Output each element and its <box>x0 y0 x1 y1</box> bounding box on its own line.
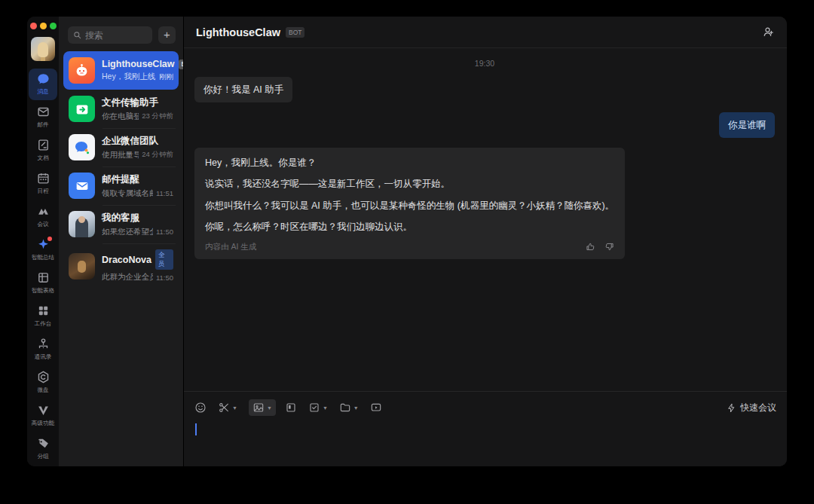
sidebar-item-groups[interactable]: 分组 <box>29 433 57 465</box>
draconova-photo-avatar <box>69 253 95 279</box>
chat-time: 11:51 <box>156 189 173 197</box>
drive-icon <box>37 371 50 383</box>
all-staff-badge: 全员 <box>155 249 173 270</box>
sidebar-item-docs[interactable]: 文档 <box>29 135 57 166</box>
search-box[interactable] <box>68 26 152 44</box>
search-input[interactable] <box>85 30 147 41</box>
user-avatar[interactable] <box>31 37 55 61</box>
left-rail: 消息 邮件 文档 日程 会议 <box>27 17 59 466</box>
todo-check-icon[interactable]: ▼ <box>308 402 328 414</box>
add-member-icon[interactable] <box>762 26 775 38</box>
emoji-icon[interactable] <box>194 402 207 414</box>
ai-message-line: 说实话，我还没名字呢——这是新工作区，一切从零开始。 <box>205 177 614 191</box>
close-button[interactable] <box>30 23 37 29</box>
chat-preview: 使用批量导入... <box>102 150 139 160</box>
calendar-icon <box>37 172 50 185</box>
composer-toolbar: ▼ ▼ ▼ ▼ <box>194 398 776 417</box>
chat-title: 企业微信团队 <box>102 135 158 148</box>
chat-item-wecom-team[interactable]: 企业微信团队 使用批量导入...24 分钟前 <box>63 128 179 166</box>
minimize-button[interactable] <box>40 23 47 29</box>
file-card-icon[interactable] <box>285 402 297 414</box>
thumbs-up-icon[interactable] <box>586 242 595 252</box>
advanced-features-icon <box>37 404 50 417</box>
conversation-header: LighthouseClaw BOT <box>184 17 787 48</box>
chat-time: 11:50 <box>156 273 173 282</box>
screenshot-scissors-icon[interactable]: ▼ <box>218 402 237 414</box>
meeting-icon <box>37 205 50 218</box>
sidebar-item-label: 日程 <box>37 187 48 194</box>
chat-item-lighthouseclaw[interactable]: LighthouseClawBOT Hey，我刚上线。你...刚刚 <box>63 51 179 90</box>
chat-preview: 此群为企业全员... <box>102 272 153 283</box>
ai-message-bubble: Hey，我刚上线。你是谁？ 说实话，我还没名字呢——这是新工作区，一切从零开始。… <box>194 148 625 259</box>
workbench-grid-icon <box>37 304 50 317</box>
ai-message-line: Hey，我刚上线。你是谁？ <box>205 156 614 170</box>
thumbs-down-icon[interactable] <box>604 242 614 252</box>
video-message-icon[interactable] <box>370 402 382 414</box>
composer: ▼ ▼ ▼ ▼ <box>184 391 787 466</box>
mail-icon <box>37 105 50 118</box>
new-chat-button[interactable]: + <box>158 26 176 44</box>
document-icon <box>37 139 50 151</box>
image-icon[interactable]: ▼ <box>249 399 276 416</box>
chat-preview: 如果您还希望全面... <box>102 227 153 237</box>
sidebar-item-label: 会议 <box>37 220 48 228</box>
bot-badge: BOT <box>286 27 304 38</box>
chat-item-support[interactable]: 我的客服 如果您还希望全面...11:50 <box>63 205 179 243</box>
chat-item-mail-reminder[interactable]: 邮件提醒 领取专属域名邮...11:51 <box>63 166 179 205</box>
sidebar-item-label: 文档 <box>37 154 48 161</box>
ai-message-line: 你想叫我什么？我可以是 AI 助手，也可以是某种奇怪的生物 (机器里的幽灵？小妖… <box>205 199 614 212</box>
wecom-team-avatar <box>69 134 95 160</box>
file-transfer-avatar <box>69 96 95 122</box>
sidebar-item-label: 工作台 <box>35 319 52 327</box>
quick-meeting-button[interactable]: 快速会议 <box>727 402 776 414</box>
chat-item-draconova[interactable]: DracoNova全员 此群为企业全员...11:50 <box>63 243 179 289</box>
message-row: 你是谁啊 <box>194 112 775 138</box>
text-cursor <box>195 423 197 435</box>
smart-table-icon <box>37 271 50 284</box>
message-input[interactable] <box>194 423 776 437</box>
notification-dot <box>47 237 52 241</box>
sidebar-item-label: 微盘 <box>37 386 48 393</box>
support-photo-avatar <box>69 211 95 237</box>
sidebar-item-contacts[interactable]: 通讯录 <box>29 334 57 365</box>
chat-time: 24 分钟前 <box>142 150 173 160</box>
sidebar-item-smart-table[interactable]: 智能表格 <box>29 267 57 299</box>
sidebar-item-drive[interactable]: 微盘 <box>29 367 57 399</box>
chat-title: LighthouseClaw <box>102 59 175 69</box>
timestamp: 19:30 <box>194 59 775 68</box>
conversation-list: LighthouseClawBOT Hey，我刚上线。你...刚刚 文件传输助手… <box>59 51 183 466</box>
chat-preview: Hey，我刚上线。你... <box>102 72 156 82</box>
group-tag-icon <box>37 437 50 450</box>
chat-title: 文件传输助手 <box>102 96 158 109</box>
self-message-bubble: 你是谁啊 <box>719 112 775 138</box>
sidebar-item-label: 通讯录 <box>35 353 52 360</box>
chat-title: 我的客服 <box>102 212 139 225</box>
sidebar-item-label: 分组 <box>37 452 48 460</box>
sidebar-item-calendar[interactable]: 日程 <box>29 168 57 200</box>
mail-avatar <box>69 173 95 199</box>
sidebar-item-advanced[interactable]: 高级功能 <box>29 400 57 432</box>
chat-item-file-transfer[interactable]: 文件传输助手 你在电脑登录...23 分钟前 <box>63 90 179 128</box>
ai-sparkle-icon <box>37 238 50 251</box>
sidebar-item-messages[interactable]: 消息 <box>29 69 57 100</box>
window-controls <box>30 23 57 29</box>
folder-icon[interactable]: ▼ <box>339 402 359 414</box>
conversation-title: LighthouseClaw <box>196 26 280 38</box>
chat-title: 邮件提醒 <box>102 173 139 186</box>
quick-meeting-label: 快速会议 <box>740 402 776 414</box>
sidebar-item-label: 智能总结 <box>32 253 54 261</box>
contacts-icon <box>37 338 50 350</box>
robot-avatar <box>69 57 95 84</box>
zoom-button[interactable] <box>50 23 57 29</box>
sidebar-item-mail[interactable]: 邮件 <box>29 102 57 133</box>
bot-badge: BOT <box>179 60 183 69</box>
lightning-icon <box>727 403 736 413</box>
app-window: 消息 邮件 文档 日程 会议 <box>27 17 787 466</box>
message-area: 19:30 你好！我是 AI 助手 你是谁啊 Hey，我刚上线。你是谁？ 说实话… <box>184 48 787 391</box>
conversation-panel: LighthouseClaw BOT 19:30 你好！我是 AI 助手 你是谁… <box>184 17 787 466</box>
sidebar-item-meeting[interactable]: 会议 <box>29 201 57 233</box>
sidebar-item-ai-summary[interactable]: 智能总结 <box>29 234 57 266</box>
chat-bubble-icon <box>37 72 50 85</box>
sidebar-item-label: 智能表格 <box>32 286 54 294</box>
sidebar-item-workbench[interactable]: 工作台 <box>29 301 57 332</box>
